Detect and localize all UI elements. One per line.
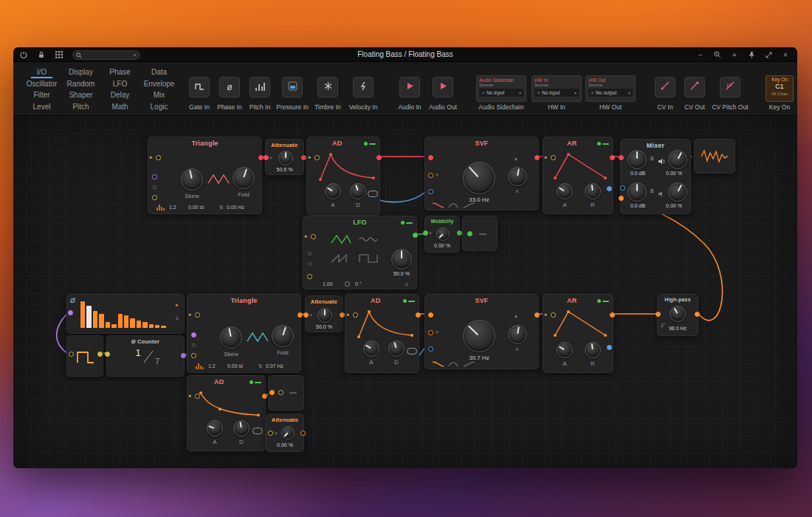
chevron-down-icon[interactable]: ▾ — [515, 157, 517, 162]
palette-key-on[interactable]: Key On C1 All Chan — [765, 75, 794, 102]
attack-knob[interactable] — [325, 183, 341, 199]
palette-hw-in[interactable]: HW In Source ✕No input▾ — [531, 75, 582, 102]
step-bar[interactable] — [106, 322, 110, 328]
grid-icon[interactable] — [55, 50, 63, 59]
tab-envelope[interactable]: Envelope — [140, 79, 179, 89]
cutoff-mod-port[interactable] — [428, 330, 433, 335]
loop-toggle-icon[interactable] — [252, 428, 263, 434]
waveform-bars-icon[interactable] — [156, 204, 165, 210]
env-out-port[interactable] — [610, 155, 615, 160]
tab-filter[interactable]: Filter — [22, 90, 61, 100]
ch1-solo-button[interactable]: S — [650, 156, 654, 161]
amount-knob[interactable] — [436, 227, 450, 241]
gate-out-port[interactable] — [97, 352, 103, 357]
node-title[interactable]: AD — [307, 137, 379, 148]
cutoff-value[interactable]: 98.0 Hz — [658, 326, 698, 331]
node-title[interactable]: AR — [543, 137, 613, 148]
mod-in-port[interactable] — [192, 343, 196, 347]
attack-knob[interactable] — [207, 420, 223, 436]
step-bar[interactable] — [137, 321, 141, 328]
mod-in-port[interactable] — [269, 390, 275, 395]
sync-in-port[interactable] — [307, 274, 312, 279]
bipolar-icon[interactable]: ± — [176, 315, 179, 321]
phase-in-port[interactable] — [68, 310, 73, 315]
fold-knob[interactable] — [233, 167, 255, 189]
in-port[interactable] — [268, 431, 273, 436]
tab-io[interactable]: I/O — [22, 67, 61, 77]
decay-knob[interactable] — [350, 183, 366, 199]
phase-in-port[interactable] — [195, 312, 200, 318]
out-port[interactable] — [340, 312, 345, 318]
step-bar[interactable] — [118, 314, 123, 328]
filter-mode-icons[interactable] — [431, 360, 477, 367]
zoom-icon[interactable] — [713, 50, 722, 59]
ratio-value[interactable]: 1:2 — [208, 363, 216, 369]
node-ar-2[interactable]: AR ▸ A R — [543, 294, 613, 373]
tab-display[interactable]: Display — [61, 67, 100, 77]
search-box[interactable]: × — [72, 50, 140, 60]
waveform-bars-icon[interactable] — [195, 363, 204, 369]
gain-knob[interactable] — [317, 308, 332, 323]
fold-knob[interactable] — [272, 325, 294, 347]
palette-cv-out[interactable] — [684, 77, 705, 97]
mod-out-port[interactable] — [607, 345, 612, 350]
ch2-pan-value[interactable]: 0.00 % — [656, 203, 692, 208]
tab-lfo[interactable]: LFO — [100, 79, 140, 89]
ch2-mod-port[interactable] — [620, 185, 625, 191]
step-bar[interactable] — [161, 326, 165, 328]
node-counter[interactable]: Ø Counter 1 7 — [106, 335, 185, 377]
ch1-in-port[interactable] — [619, 155, 624, 160]
in-port[interactable] — [264, 155, 269, 160]
tab-logic[interactable]: Logic — [140, 102, 179, 112]
fm-in-port[interactable] — [152, 195, 157, 200]
node-attenuate-3[interactable]: Attenuate × 0.00 % — [266, 414, 304, 452]
mod-in-port[interactable] — [153, 185, 156, 189]
hw-out-dropdown[interactable]: ✕No output▾ — [588, 89, 633, 97]
audio-in-port[interactable] — [656, 312, 661, 317]
node-gate-pulse[interactable] — [66, 335, 103, 377]
loop-toggle-icon[interactable] — [407, 348, 417, 355]
node-steps[interactable]: Ø ▸ ± — [66, 294, 185, 334]
env-out-port[interactable] — [610, 312, 615, 318]
add-icon[interactable]: + — [730, 50, 739, 59]
node-attenuate-2[interactable]: Attenuate × 50.0 % — [305, 295, 343, 332]
tab-random[interactable]: Random — [61, 79, 100, 89]
node-ad-2[interactable]: AD ▸ A D — [345, 294, 419, 373]
decay-knob[interactable] — [233, 420, 250, 436]
counter-denominator[interactable]: 7 — [151, 357, 163, 366]
close-icon[interactable]: × — [781, 50, 790, 59]
bipolar-icon[interactable]: ± — [405, 281, 408, 287]
counter-out-port[interactable] — [181, 353, 186, 358]
node-ar-1[interactable]: AR ▸ A R — [543, 137, 613, 214]
res-mod-port[interactable] — [428, 189, 433, 194]
out-port[interactable] — [300, 431, 306, 436]
node-mixer[interactable]: Mixer 0.0 dB S 0.00 % 0.0 dB S 0.00 % — [620, 139, 691, 214]
filter-mode-icons[interactable] — [431, 201, 477, 208]
semitones-value[interactable]: 0.00 st — [188, 205, 204, 210]
gate-in-port[interactable] — [69, 352, 74, 357]
ch1-pan-value[interactable]: 0.00 % — [656, 171, 692, 176]
step-bar[interactable] — [142, 322, 147, 328]
audio-out-port[interactable] — [297, 312, 303, 318]
resonance-knob[interactable] — [508, 167, 527, 186]
lock-icon[interactable] — [37, 50, 46, 59]
power-toggle[interactable] — [364, 142, 368, 145]
node-ad-1[interactable]: AD ▸ A D — [306, 137, 380, 216]
audio-out-port[interactable] — [258, 155, 264, 160]
envelope-curve[interactable] — [356, 307, 415, 340]
tab-data[interactable]: Data — [140, 67, 179, 77]
env-out-port[interactable] — [262, 394, 267, 399]
phase-in-port[interactable] — [156, 155, 161, 160]
attenuate-value[interactable]: 0.00 % — [266, 442, 303, 448]
cutoff-knob[interactable] — [670, 306, 686, 322]
tab-mix[interactable]: Mix — [140, 90, 179, 100]
env-out-port[interactable] — [376, 155, 382, 160]
node-mod-target-2[interactable] — [268, 375, 304, 411]
node-title[interactable]: Attenuate — [266, 414, 303, 425]
palette-pressure-in[interactable] — [282, 77, 303, 97]
palette-timbre-in[interactable] — [317, 77, 338, 97]
cutoff-knob[interactable] — [463, 320, 495, 352]
audio-in-port[interactable] — [428, 312, 433, 318]
hw-in-dropdown[interactable]: ✕No input▾ — [534, 89, 579, 97]
release-knob[interactable] — [585, 183, 601, 199]
